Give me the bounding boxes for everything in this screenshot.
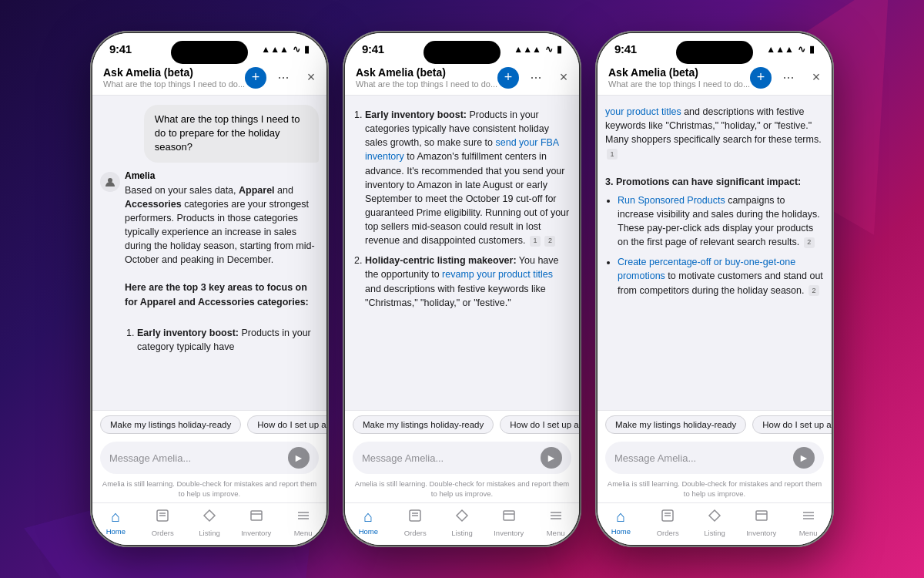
- user-message-1: What are the top things I need to do to …: [144, 105, 319, 163]
- chat-subtitle-1: What are the top things I need to do...: [103, 79, 245, 89]
- sponsored-products-link-3[interactable]: Run Sponsored Products: [618, 195, 725, 206]
- status-time-3: 9:41: [614, 42, 637, 55]
- listing-label-3: Listing: [704, 529, 725, 537]
- chat-title-1: Ask Amelia (beta): [103, 66, 245, 79]
- nav-inventory-3[interactable]: Inventory: [745, 508, 778, 537]
- top-bar-2: Ask Amelia (beta) What are the top thing…: [345, 59, 579, 96]
- add-button-2[interactable]: +: [497, 67, 519, 89]
- close-button-2[interactable]: ×: [553, 67, 574, 89]
- svg-rect-12: [504, 511, 514, 520]
- nav-home-2[interactable]: ⌂ Home: [351, 508, 385, 537]
- menu-button-3[interactable]: ···: [778, 67, 799, 89]
- chat-area-1: What are the top things I need to do to …: [92, 96, 326, 410]
- signal-icon-3: ▲▲▲: [766, 44, 794, 55]
- product-titles-link-3[interactable]: your product titles: [605, 106, 681, 117]
- home-icon-2: ⌂: [363, 508, 373, 526]
- home-label-1: Home: [106, 527, 126, 536]
- amelia-text-2: Early inventory boost: Products in your …: [353, 105, 571, 314]
- wifi-icon-2: ∿: [545, 44, 553, 55]
- amelia-response-1: Amelia Based on your sales data, Apparel…: [100, 170, 319, 358]
- inventory-label-3: Inventory: [746, 529, 776, 537]
- chat-title-2: Ask Amelia (beta): [356, 66, 497, 79]
- fba-link-2[interactable]: send your FBA inventory: [365, 137, 559, 162]
- listing-label-2: Listing: [451, 529, 472, 537]
- chat-title-3: Ask Amelia (beta): [608, 66, 750, 79]
- message-placeholder-1: Message Amelia...: [109, 452, 282, 464]
- nav-home-1[interactable]: ⌂ Home: [99, 508, 132, 537]
- bottom-nav-2: ⌂ Home Orders Listing Inventory: [345, 502, 579, 545]
- menu-icon-3: [801, 508, 816, 527]
- orders-icon-3: [660, 508, 675, 527]
- svg-rect-4: [251, 511, 262, 520]
- nav-home-3[interactable]: ⌂ Home: [604, 508, 638, 537]
- nav-menu-2[interactable]: Menu: [539, 508, 573, 537]
- dynamic-island-2: [424, 41, 500, 64]
- battery-icon-1: ▮: [304, 44, 310, 55]
- promotions-link-3[interactable]: Create percentage-off or buy-one-get-one…: [618, 257, 795, 281]
- chip-2a[interactable]: Make my listings holiday-ready: [353, 415, 494, 434]
- nav-menu-1[interactable]: Menu: [286, 508, 320, 537]
- phone-3: 9:41 ▲▲▲ ∿ ▮ Ask Amelia (beta) What are …: [595, 31, 834, 547]
- nav-listing-2[interactable]: Listing: [445, 508, 479, 537]
- status-icons-3: ▲▲▲ ∿ ▮: [766, 44, 815, 55]
- menu-button-2[interactable]: ···: [525, 67, 547, 89]
- message-placeholder-3: Message Amelia...: [614, 452, 787, 464]
- suggestion-area-1: Make my listings holiday-ready How do I …: [92, 410, 326, 437]
- ref-1a: 1: [530, 236, 541, 247]
- suggestion-area-3: Make my listings holiday-ready How do I …: [598, 410, 832, 437]
- send-button-3[interactable]: ►: [793, 447, 815, 469]
- nav-listing-1[interactable]: Listing: [192, 508, 226, 537]
- chip-3a[interactable]: Make my listings holiday-ready: [605, 415, 746, 434]
- signal-icon-2: ▲▲▲: [514, 44, 541, 55]
- menu-icon-2: [548, 508, 564, 527]
- chat-area-2: Early inventory boost: Products in your …: [345, 96, 579, 410]
- message-placeholder-2: Message Amelia...: [362, 452, 534, 464]
- close-button-3[interactable]: ×: [805, 67, 827, 89]
- top-bar-1: Ask Amelia (beta) What are the top thing…: [92, 59, 326, 96]
- chip-1b[interactable]: How do I set up a: [247, 415, 326, 434]
- inventory-icon-3: [754, 508, 769, 527]
- listing-label-1: Listing: [199, 529, 219, 537]
- menu-button-1[interactable]: ···: [273, 67, 294, 89]
- send-button-1[interactable]: ►: [288, 447, 310, 469]
- chat-subtitle-2: What are the top things I need to do...: [356, 79, 497, 89]
- status-time-2: 9:41: [362, 42, 384, 55]
- nav-orders-1[interactable]: Orders: [146, 508, 179, 537]
- nav-listing-3[interactable]: Listing: [698, 508, 732, 537]
- revamp-link-2[interactable]: revamp your product titles: [442, 269, 553, 280]
- nav-orders-3[interactable]: Orders: [651, 508, 685, 537]
- listing-icon-2: [454, 508, 470, 527]
- add-button-1[interactable]: +: [245, 67, 266, 89]
- chip-1a[interactable]: Make my listings holiday-ready: [100, 415, 241, 434]
- orders-icon-1: [155, 508, 170, 527]
- orders-icon-2: [407, 508, 423, 527]
- status-time-1: 9:41: [109, 42, 132, 55]
- message-input-area-1: Message Amelia... ►: [92, 437, 326, 477]
- chat-area-3: your product titles and descriptions wit…: [598, 96, 832, 410]
- top-bar-3: Ask Amelia (beta) What are the top thing…: [598, 59, 832, 96]
- nav-inventory-1[interactable]: Inventory: [239, 508, 273, 537]
- amelia-avatar-1: [100, 172, 120, 192]
- nav-orders-2[interactable]: Orders: [398, 508, 432, 537]
- ref-2a: 2: [544, 236, 555, 247]
- menu-icon-1: [296, 508, 311, 527]
- disclaimer-3: Amelia is still learning. Double-check f…: [598, 477, 832, 502]
- close-button-1[interactable]: ×: [300, 67, 322, 89]
- send-button-2[interactable]: ►: [541, 447, 562, 469]
- nav-inventory-2[interactable]: Inventory: [492, 508, 526, 537]
- add-button-3[interactable]: +: [750, 67, 772, 89]
- dynamic-island-1: [171, 41, 248, 64]
- phone-1: 9:41 ▲▲▲ ∿ ▮ Ask Amelia (beta) What are …: [90, 31, 329, 547]
- menu-label-2: Menu: [547, 529, 565, 537]
- chip-3b[interactable]: How do I set up a: [752, 415, 832, 434]
- battery-icon-3: ▮: [809, 44, 815, 55]
- menu-label-1: Menu: [294, 529, 313, 537]
- amelia-content-1: Amelia Based on your sales data, Apparel…: [125, 170, 319, 358]
- home-label-3: Home: [611, 527, 631, 536]
- chip-2b[interactable]: How do I set up a: [500, 415, 579, 434]
- nav-menu-3[interactable]: Menu: [792, 508, 825, 537]
- disclaimer-2: Amelia is still learning. Double-check f…: [345, 477, 579, 502]
- bottom-nav-1: ⌂ Home Orders Listing Inventory: [92, 502, 326, 545]
- battery-icon-2: ▮: [557, 44, 562, 55]
- ref-2c: 2: [808, 285, 819, 296]
